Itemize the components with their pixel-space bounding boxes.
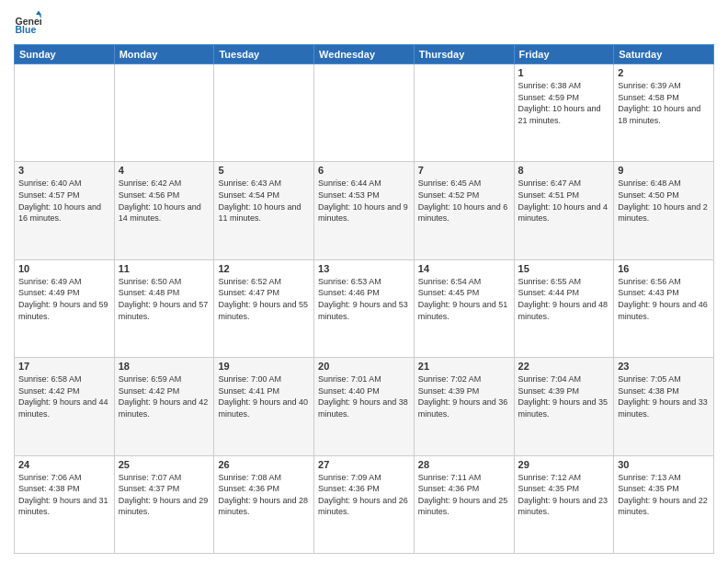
day-number: 13 [318,263,410,274]
day-cell: 2Sunrise: 6:39 AM Sunset: 4:58 PM Daylig… [614,64,714,162]
day-cell: 15Sunrise: 6:55 AM Sunset: 4:44 PM Dayli… [514,259,614,357]
day-info: Sunrise: 6:53 AM Sunset: 4:46 PM Dayligh… [318,276,410,322]
day-number: 7 [418,165,510,176]
day-number: 10 [18,263,110,274]
day-number: 30 [618,459,710,470]
weekday-header-wednesday: Wednesday [314,45,415,64]
day-cell [114,64,214,162]
day-number: 6 [318,165,410,176]
day-number: 19 [218,361,310,372]
week-row-4: 24Sunrise: 7:06 AM Sunset: 4:38 PM Dayli… [15,455,714,553]
day-cell: 17Sunrise: 6:58 AM Sunset: 4:42 PM Dayli… [15,358,115,455]
day-cell: 26Sunrise: 7:08 AM Sunset: 4:36 PM Dayli… [214,455,314,553]
day-cell: 19Sunrise: 7:00 AM Sunset: 4:41 PM Dayli… [214,358,314,455]
day-number: 29 [518,459,610,470]
day-info: Sunrise: 6:38 AM Sunset: 4:59 PM Dayligh… [518,80,610,126]
day-cell: 16Sunrise: 6:56 AM Sunset: 4:43 PM Dayli… [614,259,714,357]
day-info: Sunrise: 6:44 AM Sunset: 4:53 PM Dayligh… [318,178,410,224]
day-number: 18 [119,361,210,372]
day-number: 22 [518,361,610,372]
day-info: Sunrise: 7:02 AM Sunset: 4:39 PM Dayligh… [418,373,510,419]
day-info: Sunrise: 6:45 AM Sunset: 4:52 PM Dayligh… [418,178,510,224]
day-number: 23 [618,361,710,372]
day-cell [214,64,314,162]
day-info: Sunrise: 6:50 AM Sunset: 4:48 PM Dayligh… [119,276,210,322]
day-cell: 13Sunrise: 6:53 AM Sunset: 4:46 PM Dayli… [314,259,415,357]
day-number: 16 [618,263,710,274]
day-number: 14 [418,263,510,274]
calendar: SundayMondayTuesdayWednesdayThursdayFrid… [14,44,714,554]
day-cell: 8Sunrise: 6:47 AM Sunset: 4:51 PM Daylig… [514,162,614,259]
day-cell: 10Sunrise: 6:49 AM Sunset: 4:49 PM Dayli… [15,259,115,357]
day-number: 24 [18,459,110,470]
day-info: Sunrise: 6:55 AM Sunset: 4:44 PM Dayligh… [518,276,610,322]
day-cell: 29Sunrise: 7:12 AM Sunset: 4:35 PM Dayli… [514,455,614,553]
day-number: 15 [518,263,610,274]
day-info: Sunrise: 6:48 AM Sunset: 4:50 PM Dayligh… [618,178,710,224]
day-info: Sunrise: 6:42 AM Sunset: 4:56 PM Dayligh… [119,178,210,224]
day-cell: 6Sunrise: 6:44 AM Sunset: 4:53 PM Daylig… [314,162,415,259]
calendar-page: General Blue SundayMondayTuesdayWednesda… [0,0,728,563]
day-cell: 11Sunrise: 6:50 AM Sunset: 4:48 PM Dayli… [114,259,214,357]
day-info: Sunrise: 6:56 AM Sunset: 4:43 PM Dayligh… [618,276,710,322]
day-number: 5 [218,165,310,176]
day-cell: 25Sunrise: 7:07 AM Sunset: 4:37 PM Dayli… [114,455,214,553]
week-row-3: 17Sunrise: 6:58 AM Sunset: 4:42 PM Dayli… [15,358,714,455]
day-number: 11 [119,263,210,274]
day-info: Sunrise: 6:47 AM Sunset: 4:51 PM Dayligh… [518,178,610,224]
weekday-header-thursday: Thursday [414,45,514,64]
day-info: Sunrise: 7:09 AM Sunset: 4:36 PM Dayligh… [318,472,410,518]
day-info: Sunrise: 6:43 AM Sunset: 4:54 PM Dayligh… [218,178,310,224]
day-cell [314,64,415,162]
day-info: Sunrise: 7:13 AM Sunset: 4:35 PM Dayligh… [618,472,710,518]
day-number: 20 [318,361,410,372]
day-number: 9 [618,165,710,176]
day-info: Sunrise: 7:12 AM Sunset: 4:35 PM Dayligh… [518,472,610,518]
day-cell: 3Sunrise: 6:40 AM Sunset: 4:57 PM Daylig… [15,162,115,259]
day-cell: 1Sunrise: 6:38 AM Sunset: 4:59 PM Daylig… [514,64,614,162]
day-number: 25 [119,459,210,470]
weekday-header-sunday: Sunday [15,45,115,64]
day-cell: 12Sunrise: 6:52 AM Sunset: 4:47 PM Dayli… [214,259,314,357]
day-info: Sunrise: 7:08 AM Sunset: 4:36 PM Dayligh… [218,472,310,518]
week-row-1: 3Sunrise: 6:40 AM Sunset: 4:57 PM Daylig… [15,162,714,259]
day-cell: 5Sunrise: 6:43 AM Sunset: 4:54 PM Daylig… [214,162,314,259]
day-info: Sunrise: 7:06 AM Sunset: 4:38 PM Dayligh… [18,472,110,518]
calendar-table: SundayMondayTuesdayWednesdayThursdayFrid… [14,44,714,554]
day-cell: 14Sunrise: 6:54 AM Sunset: 4:45 PM Dayli… [414,259,514,357]
svg-marker-2 [36,11,41,16]
svg-text:Blue: Blue [16,24,37,35]
day-cell: 28Sunrise: 7:11 AM Sunset: 4:36 PM Dayli… [414,455,514,553]
day-info: Sunrise: 7:11 AM Sunset: 4:36 PM Dayligh… [418,472,510,518]
day-number: 2 [618,67,710,78]
day-number: 8 [518,165,610,176]
day-info: Sunrise: 6:54 AM Sunset: 4:45 PM Dayligh… [418,276,510,322]
logo-icon: General Blue [14,9,41,37]
weekday-header-row: SundayMondayTuesdayWednesdayThursdayFrid… [15,45,714,64]
day-info: Sunrise: 6:58 AM Sunset: 4:42 PM Dayligh… [18,373,110,419]
day-number: 12 [218,263,310,274]
day-cell: 4Sunrise: 6:42 AM Sunset: 4:56 PM Daylig… [114,162,214,259]
day-number: 28 [418,459,510,470]
day-cell [414,64,514,162]
day-info: Sunrise: 7:01 AM Sunset: 4:40 PM Dayligh… [318,373,410,419]
day-cell: 23Sunrise: 7:05 AM Sunset: 4:38 PM Dayli… [614,358,714,455]
day-cell: 9Sunrise: 6:48 AM Sunset: 4:50 PM Daylig… [614,162,714,259]
day-number: 1 [518,67,610,78]
day-info: Sunrise: 7:04 AM Sunset: 4:39 PM Dayligh… [518,373,610,419]
week-row-2: 10Sunrise: 6:49 AM Sunset: 4:49 PM Dayli… [15,259,714,357]
day-number: 3 [18,165,110,176]
day-info: Sunrise: 7:00 AM Sunset: 4:41 PM Dayligh… [218,373,310,419]
day-cell: 30Sunrise: 7:13 AM Sunset: 4:35 PM Dayli… [614,455,714,553]
day-cell: 24Sunrise: 7:06 AM Sunset: 4:38 PM Dayli… [15,455,115,553]
day-info: Sunrise: 7:07 AM Sunset: 4:37 PM Dayligh… [119,472,210,518]
day-cell [15,64,115,162]
day-cell: 18Sunrise: 6:59 AM Sunset: 4:42 PM Dayli… [114,358,214,455]
day-info: Sunrise: 7:05 AM Sunset: 4:38 PM Dayligh… [618,373,710,419]
weekday-header-friday: Friday [514,45,614,64]
day-cell: 21Sunrise: 7:02 AM Sunset: 4:39 PM Dayli… [414,358,514,455]
day-number: 26 [218,459,310,470]
day-number: 17 [18,361,110,372]
week-row-0: 1Sunrise: 6:38 AM Sunset: 4:59 PM Daylig… [15,64,714,162]
weekday-header-monday: Monday [114,45,214,64]
